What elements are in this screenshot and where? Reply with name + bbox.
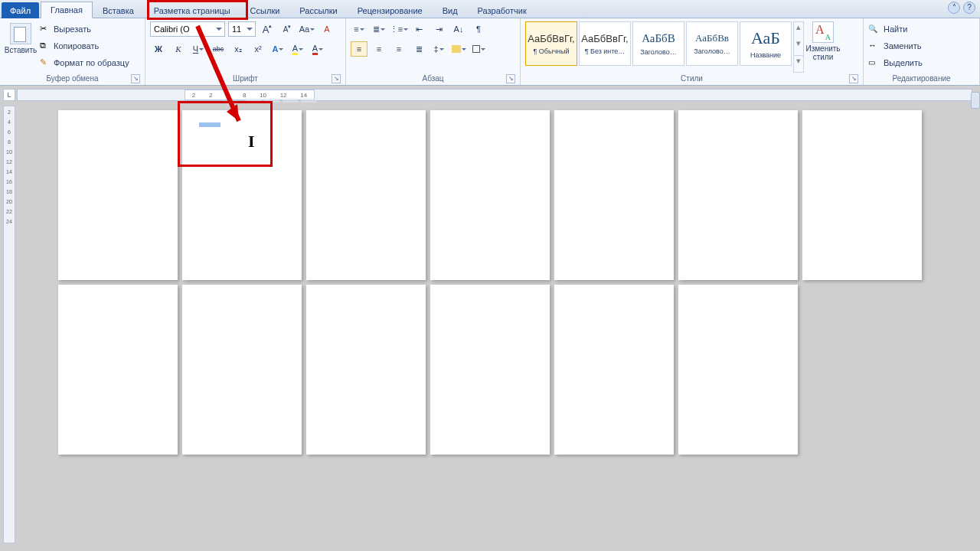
bold-button[interactable]: Ж <box>150 41 167 57</box>
vertical-ruler[interactable]: 24681012141618202224 <box>3 106 15 543</box>
page-thumbnail[interactable] <box>306 285 426 455</box>
style-preview: АаБбВв <box>695 32 729 44</box>
style-title[interactable]: АаБ Название <box>740 21 792 66</box>
grow-font-button[interactable]: A▴ <box>259 21 276 37</box>
ruler-corner[interactable]: L <box>3 89 15 101</box>
tab-mailings[interactable]: Рассылки <box>289 2 347 18</box>
page-thumbnail[interactable] <box>554 110 674 280</box>
tab-home[interactable]: Главная <box>41 2 93 18</box>
scissors-icon <box>40 24 51 34</box>
styles-scroll[interactable]: ▴ ▾ ▾ <box>793 21 804 73</box>
page-thumbnail[interactable] <box>554 285 674 455</box>
clear-formatting-button[interactable]: A <box>318 21 335 37</box>
underline-button[interactable]: Ч <box>190 41 207 57</box>
vertical-scrollbar[interactable] <box>971 92 980 109</box>
styles-launcher[interactable]: ↘ <box>849 74 858 83</box>
style-name: Заголово… <box>694 47 730 55</box>
text-selection <box>199 122 220 127</box>
page-thumbnail[interactable] <box>430 285 550 455</box>
page-thumbnail[interactable] <box>802 110 922 280</box>
paste-icon <box>10 23 31 44</box>
change-case-button[interactable]: Aa <box>299 21 315 37</box>
font-name-value: Calibri (О <box>154 24 189 34</box>
page-thumbnail[interactable] <box>678 285 798 455</box>
strikethrough-button[interactable]: abc <box>210 41 227 57</box>
highlight-button[interactable]: A <box>289 41 306 57</box>
page-thumbnail[interactable] <box>58 285 178 455</box>
tab-references[interactable]: Ссылки <box>240 2 290 18</box>
style-heading1[interactable]: АаБбВ Заголово… <box>632 21 684 66</box>
page-thumbnail[interactable] <box>58 110 178 280</box>
tab-review[interactable]: Рецензирование <box>348 2 433 18</box>
select-button[interactable]: Выделить <box>868 55 927 70</box>
ribbon-tabs: Файл Главная Вставка Разметка страницы С… <box>0 0 980 18</box>
justify-button[interactable]: ≣ <box>410 41 427 57</box>
page-thumbnail[interactable] <box>678 110 798 280</box>
decrease-indent-button[interactable]: ⇤ <box>410 21 427 37</box>
style-name: ¶ Без инте… <box>585 47 626 55</box>
page-thumbnail[interactable] <box>430 110 550 280</box>
group-title-font: Шрифт↘ <box>150 73 341 85</box>
document-area[interactable] <box>17 103 977 548</box>
title-bar-buttons: ˄ ? <box>948 2 975 14</box>
change-styles-button[interactable]: Изменить стили <box>805 21 841 73</box>
tab-page-layout[interactable]: Разметка страницы <box>144 2 240 18</box>
paste-button[interactable]: Вставить <box>5 21 37 54</box>
tab-developer[interactable]: Разработчик <box>468 2 537 18</box>
align-right-button[interactable]: ≡ <box>390 41 407 57</box>
minimize-ribbon-icon[interactable]: ˄ <box>948 2 960 14</box>
search-icon <box>868 24 879 34</box>
group-paragraph: ≡ ≣ ⋮≡ ⇤ ⇥ A↓ ≡ ≡ ≡ ≣ ‡ Абзац↘ <box>346 18 521 85</box>
border-icon <box>472 45 480 53</box>
find-button[interactable]: Найти <box>868 21 927 37</box>
align-center-button[interactable]: ≡ <box>371 41 387 57</box>
tab-insert[interactable]: Вставка <box>93 2 144 18</box>
numbering-button[interactable]: ≣ <box>371 21 387 37</box>
page-thumbnail[interactable] <box>306 110 426 280</box>
shrink-font-button[interactable]: A▾ <box>279 21 296 37</box>
group-title-paragraph: Абзац↘ <box>351 73 515 85</box>
tab-file[interactable]: Файл <box>2 2 39 18</box>
clipboard-launcher[interactable]: ↘ <box>131 74 140 83</box>
select-icon <box>868 57 879 68</box>
format-painter-label: Формат по образцу <box>54 58 129 67</box>
style-preview: АаБ <box>751 28 780 48</box>
group-font: Calibri (О 11 A▴ A▾ Aa A Ж К Ч abc x₂ x²… <box>145 18 346 85</box>
font-color-button[interactable]: A <box>309 41 326 57</box>
group-title-editing: Редактирование <box>868 73 975 85</box>
style-normal[interactable]: АаБбВвГг, ¶ Обычный <box>525 21 577 66</box>
text-effects-button[interactable]: A <box>270 41 286 57</box>
format-painter-button[interactable]: Формат по образцу <box>40 55 129 70</box>
replace-button[interactable]: Заменить <box>868 38 927 54</box>
paragraph-launcher[interactable]: ↘ <box>506 74 515 83</box>
multilevel-list-button[interactable]: ⋮≡ <box>390 21 407 37</box>
group-editing: Найти Заменить Выделить Редактирование <box>864 18 980 85</box>
line-spacing-button[interactable]: ‡ <box>430 41 447 57</box>
page-thumbnail[interactable] <box>182 110 302 280</box>
show-marks-button[interactable] <box>470 21 487 37</box>
superscript-button[interactable]: x² <box>250 41 266 57</box>
sort-button[interactable]: A↓ <box>450 21 467 37</box>
increase-indent-button[interactable]: ⇥ <box>430 21 447 37</box>
italic-button[interactable]: К <box>170 41 187 57</box>
font-size-combo[interactable]: 11 <box>228 21 256 37</box>
style-preview: АаБбВ <box>642 32 675 45</box>
subscript-button[interactable]: x₂ <box>230 41 247 57</box>
pages-row-2 <box>58 285 946 455</box>
style-no-spacing[interactable]: АаБбВвГг, ¶ Без инте… <box>579 21 631 66</box>
help-icon[interactable]: ? <box>963 2 975 14</box>
borders-button[interactable] <box>470 41 487 57</box>
style-name: ¶ Обычный <box>533 47 569 55</box>
page-thumbnail[interactable] <box>182 285 302 455</box>
cut-button[interactable]: Вырезать <box>40 21 129 37</box>
align-left-button[interactable]: ≡ <box>351 41 368 57</box>
font-launcher[interactable]: ↘ <box>332 74 341 83</box>
font-name-combo[interactable]: Calibri (О <box>150 21 225 37</box>
shading-button[interactable] <box>450 41 467 57</box>
group-clipboard: Вставить Вырезать Копировать Формат по о… <box>0 18 145 85</box>
bullets-button[interactable]: ≡ <box>351 21 368 37</box>
style-heading2[interactable]: АаБбВв Заголово… <box>686 21 738 66</box>
tab-view[interactable]: Вид <box>433 2 468 18</box>
copy-button[interactable]: Копировать <box>40 38 129 54</box>
horizontal-ruler[interactable]: 2268101214 <box>17 89 972 101</box>
